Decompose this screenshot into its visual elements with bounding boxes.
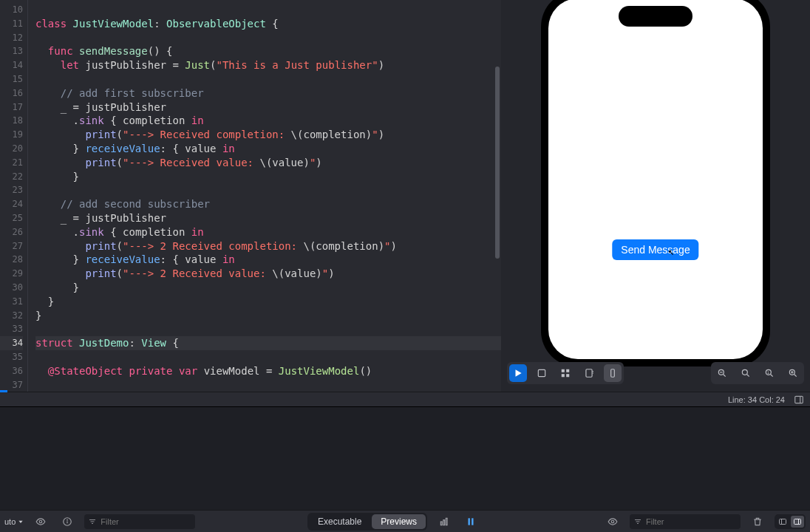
svg-marker-0 — [516, 369, 522, 376]
bottom-bar: uto Executable Previews — [0, 510, 810, 532]
zoom-group: 1 — [711, 362, 804, 384]
svg-line-16 — [771, 375, 773, 377]
filter-left — [84, 514, 195, 529]
minimap-toggle-icon[interactable] — [794, 395, 804, 405]
svg-rect-1 — [538, 369, 545, 376]
executable-tab[interactable]: Executable — [309, 514, 370, 529]
editor-scrollbar[interactable] — [495, 0, 500, 392]
preview-toolbar: 1 — [501, 362, 810, 384]
cursor-position: Line: 34 Col: 24 — [728, 395, 785, 404]
metrics-button[interactable] — [435, 514, 454, 530]
svg-rect-5 — [566, 374, 569, 377]
info-button[interactable] — [58, 514, 77, 530]
console-visibility-button[interactable] — [603, 514, 622, 530]
svg-rect-43 — [794, 519, 801, 524]
zoom-in-button[interactable] — [784, 364, 802, 382]
zoom-out-button[interactable] — [713, 364, 731, 382]
status-bar: Line: 34 Col: 24 — [0, 392, 810, 406]
trash-button[interactable] — [748, 514, 767, 530]
output-source-segmented: Executable Previews — [307, 513, 427, 531]
filter-icon — [88, 517, 97, 526]
preview-mode-group — [507, 362, 624, 384]
selectable-preview-button[interactable] — [533, 364, 551, 382]
svg-rect-41 — [780, 519, 786, 524]
svg-marker-24 — [19, 520, 23, 522]
svg-rect-33 — [443, 519, 445, 525]
svg-text:1: 1 — [767, 371, 769, 375]
code-body[interactable]: class JustViewModel: ObservableObject { … — [28, 0, 501, 392]
zoom-actual-button[interactable]: 1 — [760, 364, 778, 382]
visibility-toggle-button[interactable] — [31, 514, 50, 530]
console-area[interactable] — [0, 406, 810, 510]
filter-input-left[interactable] — [84, 514, 195, 529]
svg-line-14 — [747, 375, 749, 377]
code-editor[interactable]: 1011121314151617181920212223242526272829… — [0, 0, 501, 392]
live-preview-button[interactable] — [509, 364, 527, 382]
svg-rect-34 — [446, 518, 447, 525]
build-progress-indicator — [0, 390, 7, 392]
zoom-fit-button[interactable] — [737, 364, 755, 382]
svg-rect-36 — [472, 518, 473, 525]
svg-point-25 — [40, 520, 43, 523]
orientation-button[interactable] — [604, 364, 622, 382]
svg-point-28 — [67, 519, 68, 520]
svg-point-37 — [611, 520, 614, 523]
preview-canvas: Send Message ↖ — [501, 0, 810, 392]
svg-rect-35 — [469, 518, 470, 525]
svg-rect-4 — [562, 374, 565, 377]
right-panel-toggle[interactable] — [791, 516, 804, 528]
scroll-thumb[interactable] — [495, 66, 500, 259]
svg-line-19 — [794, 375, 797, 377]
auto-dropdown[interactable]: uto — [4, 517, 24, 526]
filter-input-right[interactable] — [630, 514, 741, 529]
svg-rect-6 — [586, 369, 592, 378]
svg-point-13 — [742, 369, 747, 375]
svg-rect-32 — [440, 522, 442, 525]
device-frame: Send Message ↖ — [541, 0, 770, 366]
line-gutter: 1011121314151617181920212223242526272829… — [0, 0, 28, 392]
variants-button[interactable] — [557, 364, 574, 382]
dynamic-island — [619, 6, 692, 27]
filter-right — [630, 514, 741, 529]
filter-icon — [633, 517, 642, 526]
debug-indicator-button[interactable] — [461, 514, 480, 530]
svg-rect-3 — [566, 369, 569, 372]
send-message-button[interactable]: Send Message — [612, 239, 698, 260]
svg-rect-22 — [795, 396, 803, 403]
device-settings-button[interactable] — [580, 364, 598, 382]
device-screen: Send Message ↖ — [548, 0, 763, 359]
svg-rect-2 — [562, 369, 565, 372]
panel-toggles — [775, 514, 806, 529]
svg-line-11 — [724, 375, 726, 377]
previews-tab[interactable]: Previews — [372, 514, 426, 529]
svg-rect-9 — [611, 369, 615, 378]
left-panel-toggle[interactable] — [776, 516, 789, 528]
